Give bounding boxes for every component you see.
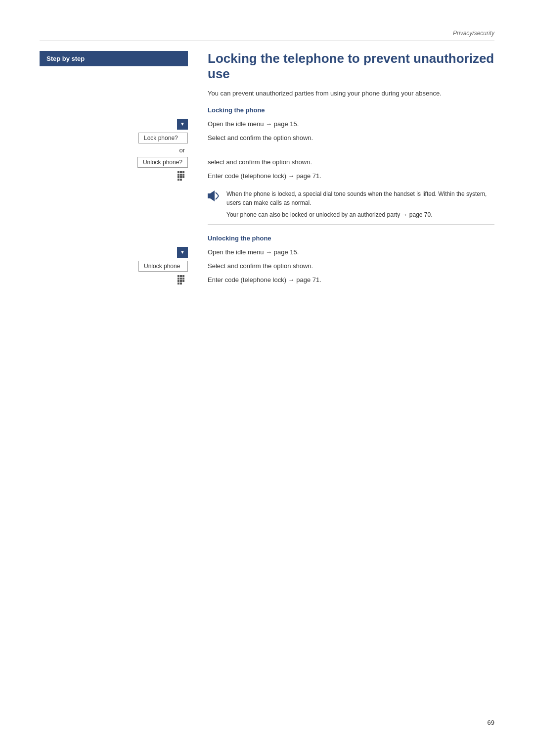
locking-step-3-right: select and confirm the option shown. xyxy=(198,157,494,168)
locking-step-3-left: Unlock phone? xyxy=(40,157,198,168)
notes-text-container: When the phone is locked, a special dial… xyxy=(226,189,494,219)
unlocking-step-3-left xyxy=(40,275,198,285)
or-right xyxy=(198,146,494,154)
locking-step-4-text: Enter code (telephone lock) → page 71. xyxy=(208,171,321,181)
arrow-down-icon: ▼ xyxy=(177,119,188,130)
locking-step-1-right: Open the idle menu → page 15. xyxy=(198,119,494,130)
svg-rect-5 xyxy=(182,174,184,176)
or-label: or xyxy=(179,146,188,154)
unlocking-step-3-right: Enter code (telephone lock) → page 71. xyxy=(198,275,494,285)
right-column: Locking the telephone to prevent unautho… xyxy=(198,51,494,119)
page-number: 69 xyxy=(488,719,494,726)
svg-rect-9 xyxy=(178,179,179,181)
notes-right: When the phone is locked, a special dial… xyxy=(198,185,494,230)
locking-step-2-left: Lock phone? xyxy=(40,133,198,143)
svg-rect-4 xyxy=(180,174,182,176)
locking-step-2-text: Select and confirm the option shown. xyxy=(208,133,313,143)
unlock-phone-display: Unlock phone xyxy=(138,261,188,272)
note-text-1: When the phone is locked, a special dial… xyxy=(226,189,494,207)
svg-line-13 xyxy=(216,192,218,194)
locking-step-3-text: select and confirm the option shown. xyxy=(208,157,312,167)
svg-rect-23 xyxy=(178,280,179,282)
left-column: Step by step xyxy=(40,51,198,119)
page-title: Locking the telephone to prevent unautho… xyxy=(208,51,494,82)
lock-phone-display: Lock phone? xyxy=(138,133,188,143)
locking-step-1-text: Open the idle menu → page 15. xyxy=(208,119,299,129)
category-label: Privacy/security xyxy=(453,30,494,37)
keypad-icon-2 xyxy=(177,275,188,285)
unlocking-left-spacer xyxy=(40,235,198,247)
note-text-2: Your phone can also be locked or unlocke… xyxy=(226,210,494,219)
page-container: Privacy/security Step by step Locking th… xyxy=(0,0,534,756)
intro-text: You can prevent unauthorized parties fro… xyxy=(208,89,494,98)
svg-line-15 xyxy=(218,194,219,196)
svg-rect-8 xyxy=(182,176,184,178)
unlocking-heading-container: Unlocking the phone xyxy=(198,235,494,247)
step-by-step-label: Step by step xyxy=(40,51,188,66)
keypad-icon-1 xyxy=(177,171,188,182)
svg-rect-2 xyxy=(182,171,184,173)
unlocking-step-3-text: Enter code (telephone lock) → page 71. xyxy=(208,275,321,285)
note-block-1: When the phone is locked, a special dial… xyxy=(208,189,494,225)
svg-rect-24 xyxy=(180,280,182,282)
svg-rect-25 xyxy=(182,280,184,282)
note-icon-1 xyxy=(208,190,222,204)
svg-line-16 xyxy=(218,196,219,197)
svg-line-14 xyxy=(216,197,218,199)
svg-rect-22 xyxy=(182,278,184,280)
unlocking-step-2-right: Select and confirm the option shown. xyxy=(198,261,494,272)
arrow-down-icon-2: ▼ xyxy=(177,247,188,258)
locking-step-4-right: Enter code (telephone lock) → page 71. xyxy=(198,171,494,182)
unlocking-step-1-left: ▼ xyxy=(40,247,198,258)
locking-step-1-left: ▼ xyxy=(40,119,198,130)
svg-rect-3 xyxy=(178,174,179,176)
unlocking-step-2-text: Select and confirm the option shown. xyxy=(208,261,313,271)
page-header: Privacy/security xyxy=(40,30,494,41)
locking-step-1: ▼ Open the idle menu → page 15. xyxy=(40,119,494,130)
svg-rect-1 xyxy=(180,171,182,173)
unlocking-step-1: ▼ Open the idle menu → page 15. xyxy=(40,247,494,258)
locking-step-4: Enter code (telephone lock) → page 71. xyxy=(40,171,494,182)
unlocking-step-3: Enter code (telephone lock) → page 71. xyxy=(40,275,494,285)
svg-rect-21 xyxy=(180,278,182,280)
locking-step-2-right: Select and confirm the option shown. xyxy=(198,133,494,143)
svg-rect-6 xyxy=(178,176,179,178)
svg-rect-17 xyxy=(178,275,179,277)
svg-rect-11 xyxy=(208,193,210,198)
unlocking-step-2: Unlock phone Select and confirm the opti… xyxy=(40,261,494,272)
svg-rect-26 xyxy=(178,283,179,284)
unlocking-step-1-right: Open the idle menu → page 15. xyxy=(198,247,494,258)
unlocking-heading: Unlocking the phone xyxy=(208,235,494,242)
unlocking-step-2-left: Unlock phone xyxy=(40,261,198,272)
or-left: or xyxy=(40,146,198,154)
svg-rect-27 xyxy=(180,283,182,284)
locking-step-2: Lock phone? Select and confirm the optio… xyxy=(40,133,494,143)
svg-rect-10 xyxy=(180,179,182,181)
locking-heading: Locking the phone xyxy=(208,106,494,114)
unlocking-step-1-text: Open the idle menu → page 15. xyxy=(208,247,299,257)
svg-rect-18 xyxy=(180,275,182,277)
svg-marker-12 xyxy=(210,190,215,201)
svg-rect-7 xyxy=(180,176,182,178)
notes-left-spacer xyxy=(40,185,198,230)
or-row: or xyxy=(40,146,494,154)
svg-rect-20 xyxy=(178,278,179,280)
locking-step-4-left xyxy=(40,171,198,182)
svg-rect-0 xyxy=(178,171,179,173)
unlock-phone-question-display: Unlock phone? xyxy=(137,157,188,168)
svg-rect-19 xyxy=(182,275,184,277)
locking-step-3: Unlock phone? select and confirm the opt… xyxy=(40,157,494,168)
